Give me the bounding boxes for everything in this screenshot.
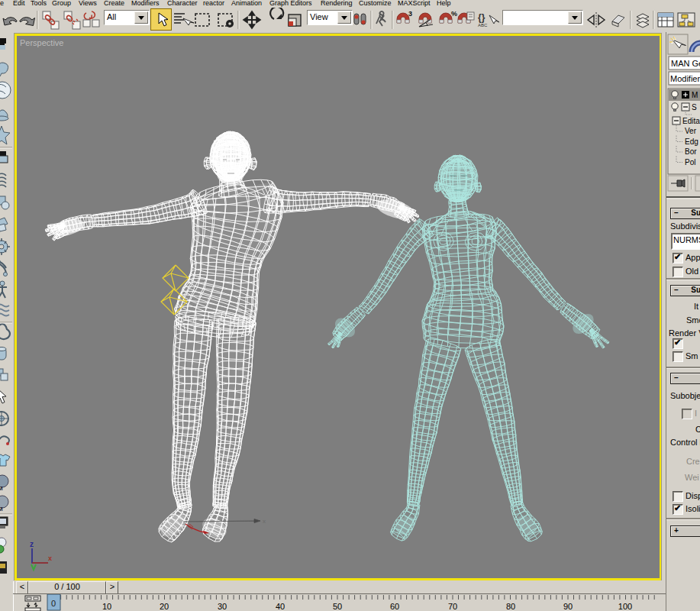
svg-text:3: 3 xyxy=(408,10,412,18)
svg-text:10: 10 xyxy=(102,602,111,611)
svg-text:ABC: ABC xyxy=(478,23,488,27)
svg-text:70: 70 xyxy=(448,602,457,611)
svg-text:Modifier L: Modifier L xyxy=(670,74,700,83)
svg-text:x: x xyxy=(48,554,52,562)
svg-text:M: M xyxy=(692,91,698,99)
svg-text:Ver: Ver xyxy=(685,127,697,135)
svg-text:{}: {} xyxy=(478,12,485,23)
svg-text:S: S xyxy=(692,103,697,112)
svg-text:90: 90 xyxy=(563,602,573,611)
svg-text:60: 60 xyxy=(390,602,399,611)
svg-text:40: 40 xyxy=(276,602,285,611)
svg-text:50: 50 xyxy=(333,602,342,611)
svg-text:Pol: Pol xyxy=(685,158,695,166)
svg-text:Edita: Edita xyxy=(682,117,700,125)
svg-text:Bor: Bor xyxy=(685,147,697,156)
svg-text:MAN Ge: MAN Ge xyxy=(671,59,700,68)
svg-text:0: 0 xyxy=(51,599,56,608)
svg-text:M: M xyxy=(0,485,3,492)
svg-text:20: 20 xyxy=(160,602,169,611)
svg-text:%: % xyxy=(451,10,457,18)
svg-text:z: z xyxy=(30,540,34,548)
svg-text:100: 100 xyxy=(618,602,632,611)
svg-text:M: M xyxy=(0,506,3,512)
svg-text:x: x xyxy=(263,518,266,525)
svg-text:80: 80 xyxy=(506,602,515,611)
svg-text:30: 30 xyxy=(218,602,227,611)
svg-text:Edg: Edg xyxy=(685,137,698,146)
